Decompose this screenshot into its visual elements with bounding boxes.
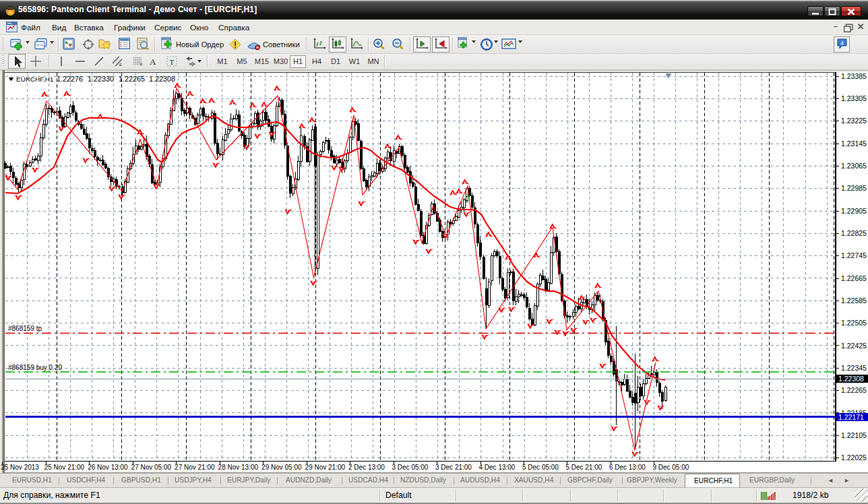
svg-text:T: T <box>170 58 175 66</box>
svg-text:1.22505: 1.22505 <box>841 319 867 327</box>
svg-text:3 Dec 21:00: 3 Dec 21:00 <box>435 464 472 471</box>
svg-text:E: E <box>119 63 122 67</box>
svg-text:1.22025: 1.22025 <box>841 453 867 462</box>
svg-text:1.22905: 1.22905 <box>841 207 867 215</box>
svg-text:#868159 buy 0.20: #868159 buy 0.20 <box>8 364 63 371</box>
svg-text:1.22825: 1.22825 <box>841 229 867 237</box>
svg-text:27 Nov 21:00: 27 Nov 21:00 <box>175 464 215 471</box>
svg-text:25 Nov 2013: 25 Nov 2013 <box>1 464 39 471</box>
svg-text:4: 4 <box>840 40 844 46</box>
svg-text:1.22745: 1.22745 <box>841 251 867 259</box>
svg-text:1.23385: 1.23385 <box>841 72 867 80</box>
svg-text:1.23305: 1.23305 <box>841 94 867 102</box>
svg-text:1.23145: 1.23145 <box>841 139 867 148</box>
svg-text:1.22308: 1.22308 <box>838 375 864 383</box>
svg-text:25 Nov 21:00: 25 Nov 21:00 <box>44 464 85 471</box>
svg-text:6 Dec 13:00: 6 Dec 13:00 <box>609 464 646 471</box>
svg-text:1.23225: 1.23225 <box>841 117 867 125</box>
svg-text:3 Dec 05:00: 3 Dec 05:00 <box>392 464 429 471</box>
svg-text:29 Nov 05:00: 29 Nov 05:00 <box>261 464 302 471</box>
svg-text:27 Nov 05:00: 27 Nov 05:00 <box>131 464 172 471</box>
svg-text:1.22585: 1.22585 <box>841 296 867 305</box>
svg-text:F: F <box>140 63 143 67</box>
svg-text:9 Dec 05:00: 9 Dec 05:00 <box>652 464 689 471</box>
svg-text:1.22265: 1.22265 <box>841 386 867 394</box>
svg-text:26 Nov 13:00: 26 Nov 13:00 <box>88 464 128 471</box>
svg-text:1.22985: 1.22985 <box>841 184 867 192</box>
svg-text:5 Dec 05:00: 5 Dec 05:00 <box>522 464 559 471</box>
svg-text:28 Nov 13:00: 28 Nov 13:00 <box>218 464 259 471</box>
svg-text:1.23065: 1.23065 <box>841 162 867 170</box>
svg-text:EURCHF,H11.222761.223301.22265: EURCHF,H11.222761.223301.222651.22308 <box>16 75 175 83</box>
svg-text:4 Dec 13:00: 4 Dec 13:00 <box>479 464 516 471</box>
svg-text:1.22345: 1.22345 <box>841 364 867 372</box>
svg-text:1.22105: 1.22105 <box>841 431 867 439</box>
svg-text:1.22171: 1.22171 <box>838 413 864 421</box>
svg-text:5 Dec 21:00: 5 Dec 21:00 <box>565 464 602 471</box>
svg-text:29 Nov 21:00: 29 Nov 21:00 <box>305 464 346 471</box>
svg-text:1.22665: 1.22665 <box>841 274 867 282</box>
svg-text:1.22425: 1.22425 <box>841 342 867 350</box>
svg-text:#868159 tp: #868159 tp <box>8 325 42 332</box>
svg-text:2 Dec 13:00: 2 Dec 13:00 <box>348 464 385 471</box>
